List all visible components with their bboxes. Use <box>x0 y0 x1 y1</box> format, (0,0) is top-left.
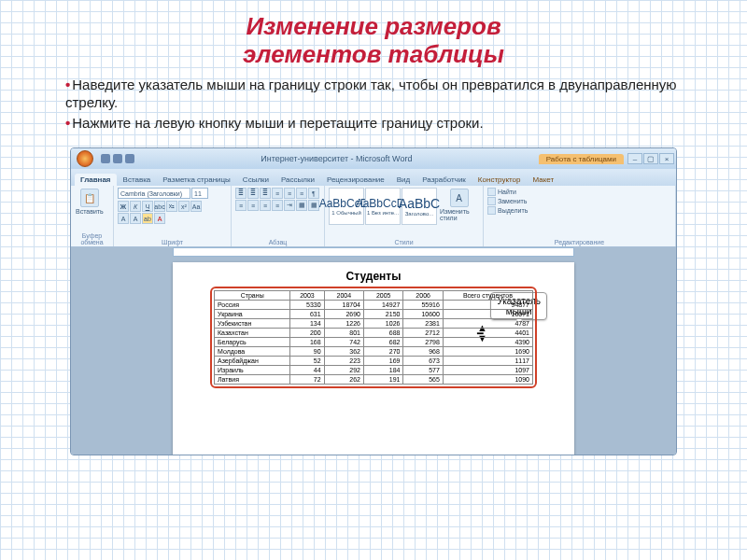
tab-insert[interactable]: Вставка <box>118 174 157 186</box>
ribbon: 📋Вставить Буфер обмена Cambria (Заголовк… <box>71 186 676 247</box>
paragraph-buttons[interactable]: ≣≣≣≡≡≡¶ ≡≡≡≡⇥▦▦ <box>235 188 320 211</box>
tab-home[interactable]: Главная <box>75 174 117 186</box>
horizontal-ruler[interactable] <box>173 247 574 257</box>
document-area: Указательмыши ▲━▼ Студенты Страны2003200… <box>71 247 676 455</box>
table-cell: 223 <box>324 357 363 366</box>
find-icon <box>487 188 496 196</box>
table-cell: 200 <box>290 329 324 338</box>
font-name-dropdown[interactable]: Cambria (Заголовки) <box>118 188 190 199</box>
table-cell: 90 <box>290 347 324 357</box>
table-row[interactable]: Казахстан20080168827124401 <box>215 329 533 338</box>
table-cell: 362 <box>324 347 363 357</box>
style-no-spacing[interactable]: AaBbCcDc1 Без инте... <box>365 188 401 225</box>
tab-developer[interactable]: Разработчик <box>416 174 472 186</box>
table-cell: 14927 <box>364 301 403 310</box>
word-window: Интернет-университет - Microsoft Word Ра… <box>70 147 677 455</box>
table-row[interactable]: Азербайджан522231696731117 <box>215 357 533 366</box>
tab-references[interactable]: Ссылки <box>237 174 275 186</box>
table-cell: 1117 <box>443 357 532 366</box>
table-header-cell: 2006 <box>403 291 443 301</box>
table-row[interactable]: Молдова903622709681690 <box>215 347 533 357</box>
find-button[interactable]: Найти <box>487 188 528 196</box>
table-cell: 292 <box>324 366 363 375</box>
table-header-cell: 2004 <box>324 291 363 301</box>
table-cell: Украина <box>215 310 290 319</box>
table-cell: Казахстан <box>215 329 290 338</box>
table-cell: 673 <box>403 357 443 366</box>
change-styles-button[interactable]: AИзменить стили <box>439 188 479 222</box>
table-header-cell: Всего студентов <box>443 291 532 301</box>
table-cell: 169 <box>364 357 403 366</box>
tab-review[interactable]: Рецензирование <box>321 174 390 186</box>
table-row[interactable]: Россия533018704149275591694877 <box>215 301 533 310</box>
window-title: Интернет-университет - Microsoft Word <box>134 154 539 163</box>
table-header-cell: 2005 <box>364 291 403 301</box>
select-button[interactable]: Выделить <box>487 206 528 215</box>
table-cell: 4390 <box>443 338 532 347</box>
quick-access-toolbar[interactable] <box>101 154 134 163</box>
group-editing-label: Редактирование <box>487 238 671 245</box>
table-cell: 4787 <box>443 319 532 329</box>
paste-button[interactable]: 📋Вставить <box>75 188 105 216</box>
table-cell: 565 <box>403 375 443 385</box>
table-cell: 682 <box>364 338 403 347</box>
table-cell: Азербайджан <box>215 357 290 366</box>
table-cell: 742 <box>324 338 363 347</box>
table-header-cell: Страны <box>215 291 290 301</box>
table-cell: 5330 <box>290 301 324 310</box>
instruction-1: •Наведите указатель мыши на границу стро… <box>0 75 747 114</box>
table-cell: 577 <box>403 366 443 375</box>
tab-mailings[interactable]: Рассылки <box>275 174 320 186</box>
table-cell: Беларусь <box>215 338 290 347</box>
table-cell: 44 <box>290 366 324 375</box>
slide-title: Изменение размеровэлементов таблицы <box>0 0 747 75</box>
ribbon-tabs: Главная Вставка Разметка страницы Ссылки… <box>71 169 676 186</box>
table-cell: 18704 <box>324 301 363 310</box>
table-cell: 262 <box>324 375 363 385</box>
table-row[interactable]: Узбекистан1341226102623814787 <box>215 319 533 329</box>
students-table[interactable]: Страны2003200420052006Всего студентов Ро… <box>214 290 533 385</box>
minimize-button[interactable]: – <box>627 153 642 164</box>
table-cell: 968 <box>403 347 443 357</box>
table-cell: 94877 <box>443 301 532 310</box>
office-button[interactable] <box>71 148 99 169</box>
group-styles-label: Стили <box>329 238 479 245</box>
table-cell: 2690 <box>324 310 363 319</box>
tab-layout[interactable]: Макет <box>527 174 559 186</box>
table-cell: 270 <box>364 347 403 357</box>
table-cell: 2150 <box>364 310 403 319</box>
tab-view[interactable]: Вид <box>391 174 416 186</box>
style-heading[interactable]: AaBbCЗаголово... <box>402 188 437 225</box>
table-header-row: Страны2003200420052006Всего студентов <box>215 291 533 301</box>
table-row[interactable]: Израиль442921845771097 <box>215 366 533 375</box>
table-cell: Латвия <box>215 375 290 385</box>
group-clipboard-label: Буфер обмена <box>75 231 109 245</box>
table-cell: 168 <box>290 338 324 347</box>
table-row[interactable]: Латвия722621915651090 <box>215 375 533 385</box>
replace-button[interactable]: Заменить <box>487 197 528 205</box>
titlebar: Интернет-университет - Microsoft Word Ра… <box>71 148 676 169</box>
tab-page-layout[interactable]: Разметка страницы <box>157 174 236 186</box>
group-paragraph-label: Абзац <box>235 238 320 245</box>
font-size-dropdown[interactable]: 11 <box>191 188 208 199</box>
table-cell: 688 <box>364 329 403 338</box>
table-header-cell: 2003 <box>290 291 324 301</box>
select-icon <box>487 206 496 215</box>
document-page[interactable]: Студенты Страны2003200420052006Всего сту… <box>173 262 574 455</box>
table-cell: Израиль <box>215 366 290 375</box>
table-cell: 134 <box>290 319 324 329</box>
instruction-2: •Нажмите на левую кнопку мыши и перетащи… <box>0 113 747 134</box>
close-button[interactable]: × <box>659 153 674 164</box>
paste-icon: 📋 <box>80 189 99 207</box>
table-cell: 2381 <box>403 319 443 329</box>
tab-design[interactable]: Конструктор <box>472 174 527 186</box>
table-row[interactable]: Беларусь16874268227984390 <box>215 338 533 347</box>
table-row[interactable]: Украина631269021501060016071 <box>215 310 533 319</box>
font-format-buttons[interactable]: ЖКЧabcx₂x²Aa AAabA <box>118 201 202 224</box>
table-cell: 191 <box>364 375 403 385</box>
table-cell: 10600 <box>403 310 443 319</box>
table-cell: 2798 <box>403 338 443 347</box>
maximize-button[interactable]: ▢ <box>643 153 658 164</box>
styles-gallery[interactable]: AaBbCcDc1 Обычный AaBbCcDc1 Без инте... … <box>329 188 437 225</box>
table-cell: 184 <box>364 366 403 375</box>
